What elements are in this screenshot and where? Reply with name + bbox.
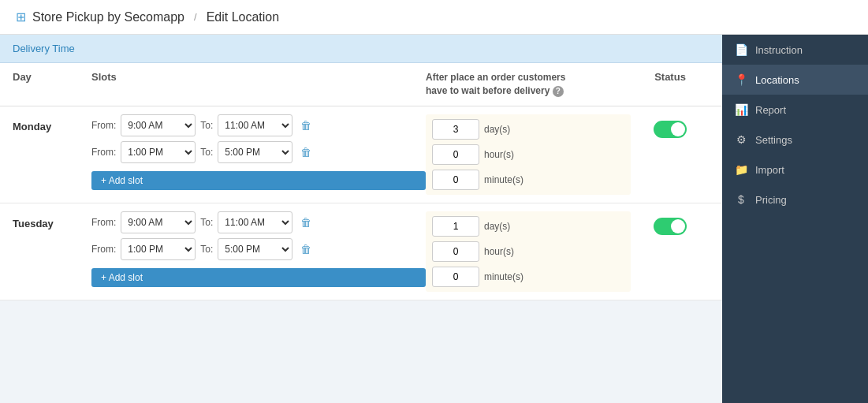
slot-row: From: 9:00 AM10:00 AM To: 11:00 AM12:00 … xyxy=(91,211,426,233)
table-row: Monday From: 9:00 AM10:00 AM11:00 AM To:… xyxy=(0,106,722,203)
col-day: Day xyxy=(13,71,91,98)
column-headers: Day Slots After place an order customers… xyxy=(0,63,722,106)
slots-col-tuesday: From: 9:00 AM10:00 AM To: 11:00 AM12:00 … xyxy=(91,211,426,287)
wait-row: minute(s) xyxy=(432,170,624,190)
section-delivery-time: Delivery Time xyxy=(0,35,722,63)
status-toggle-monday[interactable] xyxy=(654,121,687,138)
from-label: From: xyxy=(91,244,116,255)
sidebar-label-settings: Settings xyxy=(755,134,792,146)
monday-slot2-from[interactable]: 1:00 PM2:00 PM3:00 PM xyxy=(121,141,196,163)
status-col-monday xyxy=(631,114,710,138)
hours-unit: hour(s) xyxy=(484,149,514,160)
tuesday-slot2-from[interactable]: 1:00 PM2:00 PM xyxy=(121,238,196,260)
from-label: From: xyxy=(91,147,116,158)
col-status: Status xyxy=(631,71,710,98)
sidebar-item-pricing[interactable]: $ Pricing xyxy=(722,185,868,215)
days-unit: day(s) xyxy=(484,124,510,135)
wait-col-tuesday: day(s) hour(s) minute(s) xyxy=(426,211,631,292)
sidebar-label-locations: Locations xyxy=(755,74,799,86)
sidebar-label-import: Import xyxy=(755,164,784,176)
monday-slot1-from[interactable]: 9:00 AM10:00 AM11:00 AM xyxy=(121,114,196,136)
wait-row: hour(s) xyxy=(432,144,624,165)
col-slots: Slots xyxy=(91,71,426,98)
status-col-tuesday xyxy=(631,211,710,235)
wait-days-input-monday[interactable] xyxy=(432,119,479,140)
from-label: From: xyxy=(91,217,116,228)
add-slot-button-monday[interactable]: + Add slot xyxy=(91,171,426,190)
delete-slot-button[interactable]: 🗑 xyxy=(297,144,315,160)
minutes-unit: minute(s) xyxy=(484,174,523,185)
wait-col-monday: day(s) hour(s) minute(s) xyxy=(426,114,631,195)
wait-hours-input-tuesday[interactable] xyxy=(432,241,479,262)
to-label: To: xyxy=(200,147,213,158)
section-title: Delivery Time xyxy=(13,43,75,54)
slot-row: From: 9:00 AM10:00 AM11:00 AM To: 11:00 … xyxy=(91,114,426,136)
sidebar-item-report[interactable]: 📊 Report xyxy=(722,95,868,125)
sidebar-label-pricing: Pricing xyxy=(755,194,787,206)
sidebar-label-instruction: Instruction xyxy=(755,44,803,56)
hours-unit: hour(s) xyxy=(484,246,514,257)
from-label: From: xyxy=(91,120,116,131)
main-content: Delivery Time Day Slots After place an o… xyxy=(0,35,722,403)
slot-row: From: 1:00 PM2:00 PM To: 5:00 PM6:00 PM … xyxy=(91,238,426,260)
day-name-tuesday: Tuesday xyxy=(13,211,91,229)
wait-row: day(s) xyxy=(432,119,624,140)
sidebar-item-settings[interactable]: ⚙ Settings xyxy=(722,125,868,155)
tuesday-slot1-from[interactable]: 9:00 AM10:00 AM xyxy=(121,211,196,233)
app-name: Store Pickup by Secomapp xyxy=(32,10,184,24)
delete-slot-button[interactable]: 🗑 xyxy=(297,241,315,257)
wait-hours-input-monday[interactable] xyxy=(432,144,479,165)
wait-days-input-tuesday[interactable] xyxy=(432,216,479,237)
monday-slot2-to[interactable]: 5:00 PM6:00 PM7:00 PM xyxy=(218,141,292,163)
slot-row: From: 1:00 PM2:00 PM3:00 PM To: 5:00 PM6… xyxy=(91,141,426,163)
to-label: To: xyxy=(200,217,213,228)
sidebar-item-instruction[interactable]: 📄 Instruction xyxy=(722,35,868,65)
report-icon: 📊 xyxy=(735,103,747,116)
status-toggle-tuesday[interactable] xyxy=(654,218,687,235)
slots-col-monday: From: 9:00 AM10:00 AM11:00 AM To: 11:00 … xyxy=(91,114,426,190)
add-slot-button-tuesday[interactable]: + Add slot xyxy=(91,268,426,287)
to-label: To: xyxy=(200,120,213,131)
minutes-unit: minute(s) xyxy=(484,271,523,282)
page-header: ⊞ Store Pickup by Secomapp / Edit Locati… xyxy=(0,0,868,35)
import-icon: 📁 xyxy=(735,163,747,176)
wait-minutes-input-tuesday[interactable] xyxy=(432,267,479,287)
table-area: Day Slots After place an order customers… xyxy=(0,63,722,300)
sidebar: 📄 Instruction 📍 Locations 📊 Report ⚙ Set… xyxy=(722,35,868,403)
tuesday-slot1-to[interactable]: 11:00 AM12:00 PM xyxy=(218,211,292,233)
days-unit: day(s) xyxy=(484,221,510,232)
wait-row: minute(s) xyxy=(432,267,624,287)
header-separator: / xyxy=(194,11,197,23)
sidebar-label-report: Report xyxy=(755,104,786,116)
sidebar-item-import[interactable]: 📁 Import xyxy=(722,155,868,185)
instruction-icon: 📄 xyxy=(735,43,747,56)
table-row: Tuesday From: 9:00 AM10:00 AM To: 11:00 … xyxy=(0,203,722,300)
sidebar-item-locations[interactable]: 📍 Locations xyxy=(722,65,868,95)
tuesday-slot2-to[interactable]: 5:00 PM6:00 PM xyxy=(218,238,292,260)
delete-slot-button[interactable]: 🗑 xyxy=(297,215,315,230)
wait-minutes-input-monday[interactable] xyxy=(432,170,479,190)
col-wait: After place an order customers have to w… xyxy=(426,71,583,98)
day-name-monday: Monday xyxy=(13,114,91,132)
wait-row: hour(s) xyxy=(432,241,624,262)
to-label: To: xyxy=(200,244,213,255)
wait-help-icon: ? xyxy=(553,86,564,97)
monday-slot1-to[interactable]: 11:00 AM12:00 PM1:00 PM xyxy=(218,114,292,136)
locations-icon: 📍 xyxy=(735,73,747,86)
settings-icon: ⚙ xyxy=(735,133,747,146)
pricing-icon: $ xyxy=(735,193,747,206)
delete-slot-button[interactable]: 🗑 xyxy=(297,118,315,133)
app-icon: ⊞ xyxy=(16,9,26,24)
wait-row: day(s) xyxy=(432,216,624,237)
page-title: Edit Location xyxy=(207,10,280,24)
main-layout: Delivery Time Day Slots After place an o… xyxy=(0,35,868,403)
